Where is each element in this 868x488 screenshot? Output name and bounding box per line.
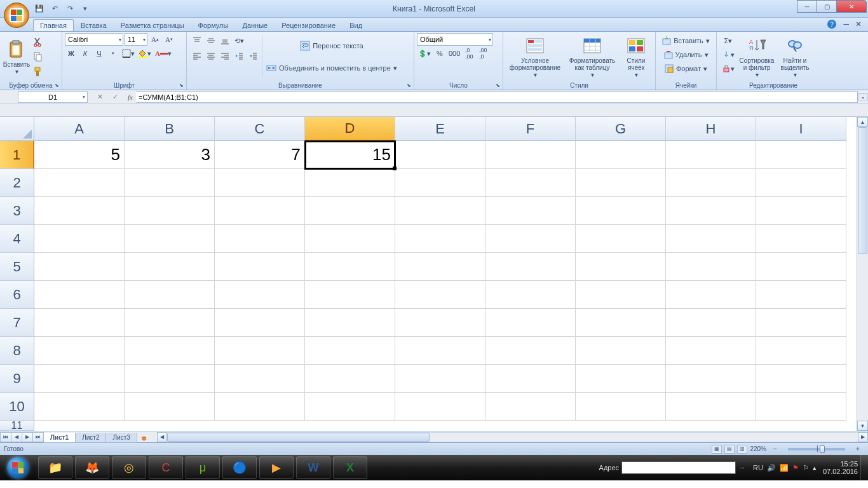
cell[interactable] — [485, 169, 576, 197]
border-icon[interactable]: ▾ — [121, 47, 136, 60]
formula-input[interactable]: =СУММ(A1;B1;C1) — [136, 92, 858, 103]
cell-E1[interactable] — [395, 141, 485, 169]
row-header-9[interactable]: 9 — [0, 365, 34, 393]
sheet-tab-1[interactable]: Лист1 — [43, 433, 76, 443]
clear-icon[interactable]: ▾ — [721, 62, 736, 75]
cell[interactable] — [666, 197, 756, 225]
insert-function-icon[interactable]: fx — [125, 93, 136, 101]
vertical-scrollbar[interactable]: ▲ ▼ — [857, 117, 868, 431]
cell[interactable] — [305, 393, 395, 421]
col-header-F[interactable]: F — [485, 117, 576, 141]
cell[interactable] — [666, 253, 756, 281]
cell[interactable] — [485, 225, 576, 253]
cell[interactable] — [215, 365, 305, 393]
clock[interactable]: 15:25 07.02.2016 — [823, 460, 858, 475]
font-size-combo[interactable]: 11 — [125, 33, 147, 46]
cell[interactable] — [485, 393, 576, 421]
zoom-out-icon[interactable]: − — [769, 443, 782, 456]
paste-button[interactable]: Вставить▾ — [3, 33, 31, 81]
tab-page-layout[interactable]: Разметка страницы — [114, 19, 191, 31]
col-header-D[interactable]: D — [305, 117, 395, 141]
col-header-C[interactable]: C — [215, 117, 305, 141]
col-header-I[interactable]: I — [756, 117, 846, 141]
row-header-10[interactable]: 10 — [0, 393, 34, 421]
undo-icon[interactable]: ↶ — [48, 3, 61, 15]
cell[interactable] — [756, 225, 846, 253]
merge-center-button[interactable]: Объединить и поместить в центре▾ — [265, 62, 398, 74]
insert-cells-button[interactable]: Вставить▾ — [660, 34, 712, 47]
increase-indent-icon[interactable] — [247, 50, 259, 62]
vscroll-track[interactable] — [857, 127, 868, 421]
task-ccleaner[interactable]: C — [149, 456, 183, 479]
cell[interactable] — [666, 337, 756, 365]
cell[interactable] — [395, 169, 485, 197]
cell[interactable] — [756, 197, 846, 225]
cell[interactable] — [756, 281, 846, 309]
cell[interactable] — [756, 393, 846, 421]
cell[interactable] — [34, 169, 125, 197]
col-header-E[interactable]: E — [395, 117, 485, 141]
format-cells-button[interactable]: Формат▾ — [660, 62, 712, 75]
cell[interactable] — [666, 225, 756, 253]
task-word[interactable]: W — [296, 456, 330, 479]
row-header-7[interactable]: 7 — [0, 309, 34, 337]
cell[interactable] — [215, 393, 305, 421]
cell-C1[interactable]: 7 — [215, 141, 305, 169]
col-header-B[interactable]: B — [125, 117, 215, 141]
security-icon[interactable]: ⚑ — [792, 464, 799, 472]
hscroll-thumb[interactable] — [167, 433, 430, 442]
cell[interactable] — [125, 365, 215, 393]
number-format-combo[interactable]: Общий — [417, 33, 493, 46]
decrease-indent-icon[interactable] — [233, 50, 245, 62]
tab-formulas[interactable]: Формулы — [191, 19, 236, 31]
cell[interactable] — [395, 281, 485, 309]
row-header-11[interactable]: 11 — [0, 421, 34, 431]
cell[interactable] — [215, 337, 305, 365]
col-header-A[interactable]: A — [34, 117, 125, 141]
cell[interactable] — [34, 309, 125, 337]
row-header-3[interactable]: 3 — [0, 197, 34, 225]
cell[interactable] — [305, 169, 395, 197]
volume-icon[interactable]: 🔊 — [767, 464, 776, 472]
col-header-H[interactable]: H — [666, 117, 756, 141]
scroll-up-icon[interactable]: ▲ — [857, 117, 868, 127]
align-center-icon[interactable] — [205, 50, 217, 62]
cell-D1[interactable]: 15 — [305, 141, 395, 169]
font-name-combo[interactable]: Calibri — [65, 33, 123, 46]
cell[interactable] — [305, 253, 395, 281]
close-button[interactable]: ✕ — [836, 0, 867, 13]
tab-view[interactable]: Вид — [342, 19, 369, 31]
name-box[interactable]: D1 — [18, 92, 88, 103]
orientation-icon[interactable]: ⟲▾ — [233, 34, 245, 47]
delete-cells-button[interactable]: Удалить▾ — [660, 48, 712, 61]
col-header-G[interactable]: G — [576, 117, 666, 141]
italic-button[interactable]: К — [79, 47, 92, 60]
zoom-thumb[interactable] — [820, 445, 825, 453]
cell[interactable] — [576, 281, 666, 309]
task-media-player[interactable]: ▶ — [259, 456, 294, 479]
row-header-8[interactable]: 8 — [0, 337, 34, 365]
sheet-next-icon[interactable]: ▶ — [22, 432, 33, 442]
sheet-prev-icon[interactable]: ◀ — [11, 432, 22, 442]
task-utorrent[interactable]: μ — [186, 456, 220, 479]
enter-formula-icon[interactable]: ✓ — [109, 93, 121, 101]
font-color-icon[interactable]: A▾ — [154, 47, 173, 60]
decrease-decimal-icon[interactable]: ,00,0 — [477, 47, 489, 60]
vscroll-thumb[interactable] — [858, 127, 867, 254]
alignment-launcher-icon[interactable]: ⬊ — [405, 81, 412, 89]
cell[interactable] — [125, 337, 215, 365]
cell[interactable] — [125, 169, 215, 197]
cell[interactable] — [666, 365, 756, 393]
fill-color-icon[interactable]: ▾ — [137, 47, 153, 60]
cell[interactable] — [756, 365, 846, 393]
address-go-icon[interactable]: → — [738, 464, 745, 471]
show-desktop-button[interactable] — [860, 455, 868, 480]
cell[interactable] — [34, 225, 125, 253]
scroll-right-icon[interactable]: ▶ — [858, 432, 868, 442]
cell-I1[interactable] — [756, 141, 846, 169]
task-firefox[interactable]: 🦊 — [75, 456, 109, 479]
cell[interactable] — [125, 309, 215, 337]
cell-G1[interactable] — [576, 141, 666, 169]
cell[interactable] — [305, 281, 395, 309]
tray-notification-icon[interactable]: ⚐ — [803, 464, 809, 472]
